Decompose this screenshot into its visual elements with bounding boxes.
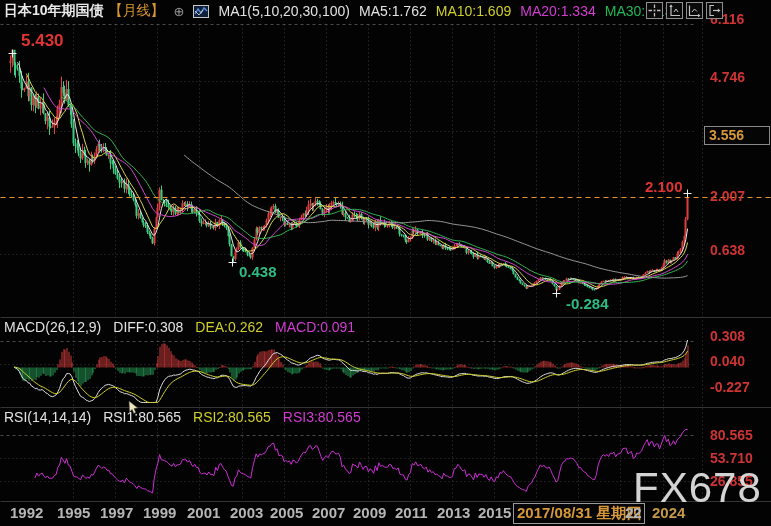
annotation-neg-low: -0.284: [566, 295, 609, 312]
macd-value: MACD:0.091: [275, 319, 355, 335]
year-label: 2009: [353, 504, 386, 521]
year-label: 2003: [230, 504, 263, 521]
price-label-4746: 4.746: [710, 69, 745, 85]
macd-label-bot: -0.227: [710, 379, 750, 395]
ma10-value: MA10:1.609: [436, 3, 512, 19]
year-label: 2005: [270, 504, 303, 521]
year-label: 2001: [187, 504, 220, 521]
price-chart-canvas[interactable]: [0, 0, 771, 526]
price-label-0638: 0.638: [710, 242, 745, 258]
chart-toolbar: [646, 2, 723, 19]
exit-kline-icon[interactable]: [706, 2, 723, 19]
rsi2-value: RSI2:80.565: [193, 409, 271, 425]
macd-label-mid: 0.040: [710, 353, 745, 369]
fx678-watermark: FX678: [633, 464, 762, 512]
chart-type-icon[interactable]: [193, 5, 209, 18]
current-price-label: 2.007: [710, 188, 745, 204]
year-label: 2015: [478, 504, 511, 521]
macd-label-top: 0.308: [710, 328, 745, 344]
rsi-params-label[interactable]: RSI(14,14,14): [4, 409, 91, 425]
macd-dea-value: DEA:0.262: [195, 319, 263, 335]
year-label: 1997: [100, 504, 133, 521]
year-label: 2007: [312, 504, 345, 521]
price-scale-box[interactable]: 3.556: [704, 126, 770, 145]
pan-crosshair-icon[interactable]: [646, 2, 663, 19]
year-label: 1992: [10, 504, 43, 521]
annotation-mid-low: 0.438: [239, 263, 277, 280]
year-label: 2013: [437, 504, 470, 521]
mouse-cursor-icon: [128, 401, 140, 419]
instrument-title: 日本10年期国债: [4, 2, 104, 20]
rsi-header: RSI(14,14,14) RSI1:80.565 RSI2:80.565 RS…: [4, 409, 361, 425]
ma5-value: MA5:1.762: [359, 3, 427, 19]
annotation-start-high: 5.430: [21, 31, 64, 51]
macd-header: MACD(26,12,9) DIFF:0.308 DEA:0.262 MACD:…: [4, 319, 355, 335]
annotation-recent-high: 2.100: [645, 178, 683, 195]
ma20-value: MA20:1.334: [520, 3, 596, 19]
rsi-label-top: 80.565: [710, 427, 753, 443]
x-axis-scale-icon[interactable]: [686, 2, 703, 19]
macd-diff-value: DIFF:0.308: [113, 319, 183, 335]
period-label[interactable]: 【月线】: [109, 2, 165, 20]
year-label: 1999: [143, 504, 176, 521]
ma-settings-label[interactable]: MA1(5,10,20,30,100): [218, 3, 350, 19]
year-label: 2011: [395, 504, 428, 521]
rsi1-value: RSI1:80.565: [103, 409, 181, 425]
rsi3-value: RSI3:80.565: [283, 409, 361, 425]
year-label: 1995: [57, 504, 90, 521]
macd-params-label[interactable]: MACD(26,12,9): [4, 319, 101, 335]
y-axis-scale-icon[interactable]: [666, 2, 683, 19]
header-bar: 日本10年期国债 【月线】 ⊕ MA1(5,10,20,30,100) MA5:…: [4, 2, 672, 20]
chart-app: 日本10年期国债 【月线】 ⊕ MA1(5,10,20,30,100) MA5:…: [0, 0, 771, 526]
add-indicator-icon[interactable]: ⊕: [174, 4, 185, 19]
